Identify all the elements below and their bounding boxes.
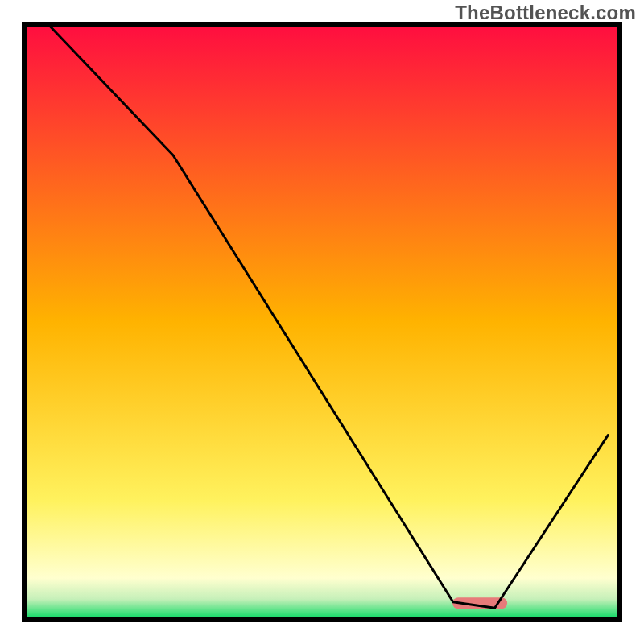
chart-container: TheBottleneck.com — [0, 0, 644, 644]
watermark-label: TheBottleneck.com — [455, 2, 636, 24]
gradient-background — [24, 24, 620, 620]
bottleneck-chart — [0, 0, 644, 644]
